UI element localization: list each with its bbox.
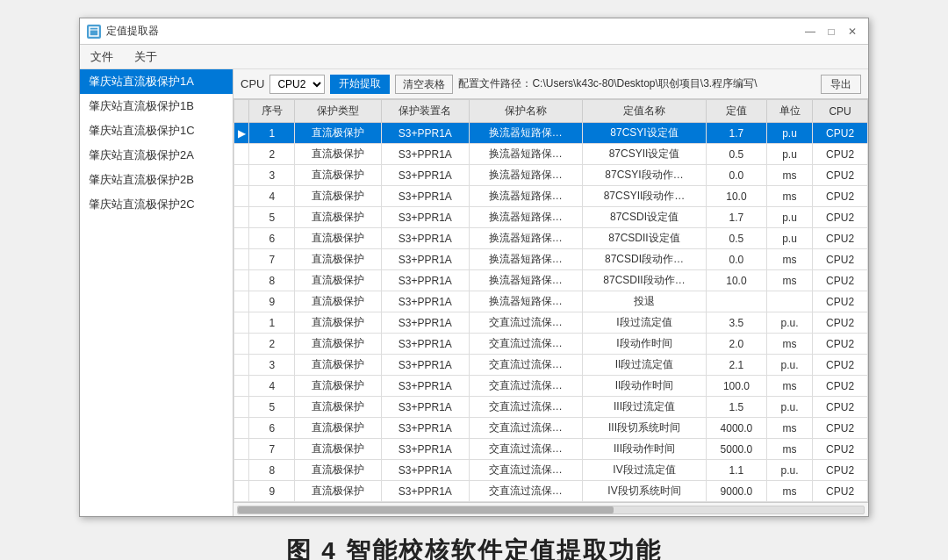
table-row[interactable]: 7直流极保护S3+PPR1A交直流过流保…III段动作时间5000.0msCPU… bbox=[234, 439, 868, 460]
table-cell-0 bbox=[234, 376, 249, 397]
table-cell-3: S3+PPR1A bbox=[381, 207, 469, 228]
table-cell-1: 4 bbox=[249, 376, 295, 397]
table-body: ▶1直流极保护S3+PPR1A换流器短路保…87CSYI设定值1.7p.uCPU… bbox=[234, 123, 868, 502]
table-cell-0 bbox=[234, 397, 249, 418]
table-container: 序号 保护类型 保护装置名 保护名称 定值名称 定值 单位 CPU ▶1直流极保… bbox=[233, 99, 868, 502]
table-cell-1: 5 bbox=[249, 207, 295, 228]
table-cell-6: 2.0 bbox=[707, 334, 767, 355]
table-cell-6: 10.0 bbox=[707, 186, 767, 207]
table-cell-4: 换流器短路保… bbox=[469, 270, 582, 291]
table-row[interactable]: 9直流极保护S3+PPR1A换流器短路保…投退CPU2 bbox=[234, 291, 868, 312]
table-cell-2: 直流极保护 bbox=[295, 249, 381, 270]
table-cell-8: CPU2 bbox=[813, 334, 868, 355]
table-cell-1: 6 bbox=[249, 418, 295, 439]
table-cell-8: CPU2 bbox=[813, 228, 868, 249]
table-cell-5: I段过流定值 bbox=[582, 312, 706, 334]
table-cell-3: S3+PPR1A bbox=[381, 165, 469, 186]
table-cell-6: 100.0 bbox=[707, 376, 767, 397]
table-cell-5: 87CSDII设定值 bbox=[582, 228, 706, 249]
titlebar: 定值提取器 — □ ✕ bbox=[80, 18, 868, 45]
table-row[interactable]: 5直流极保护S3+PPR1A交直流过流保…III段过流定值1.5p.u.CPU2 bbox=[234, 397, 868, 418]
table-cell-6: 5000.0 bbox=[707, 439, 767, 460]
table-cell-1: 1 bbox=[249, 123, 295, 144]
table-cell-4: 交直流过流保… bbox=[469, 312, 582, 334]
table-cell-3: S3+PPR1A bbox=[381, 312, 469, 334]
table-row[interactable]: 6直流极保护S3+PPR1A换流器短路保…87CSDII设定值0.5p.uCPU… bbox=[234, 228, 868, 249]
table-cell-0 bbox=[234, 165, 249, 186]
table-row[interactable]: ▶1直流极保护S3+PPR1A换流器短路保…87CSYI设定值1.7p.uCPU… bbox=[234, 123, 868, 144]
sidebar-item-1[interactable]: 肇庆站直流极保护1B bbox=[80, 94, 233, 118]
table-row[interactable]: 1直流极保护S3+PPR1A交直流过流保…I段过流定值3.5p.u.CPU2 bbox=[234, 312, 868, 334]
table-row[interactable]: 8直流极保护S3+PPR1A交直流过流保…IV段过流定值1.1p.u.CPU2 bbox=[234, 460, 868, 481]
table-cell-3: S3+PPR1A bbox=[381, 270, 469, 291]
sidebar-item-0[interactable]: 肇庆站直流极保护1A bbox=[80, 69, 233, 94]
menu-file[interactable]: 文件 bbox=[87, 47, 117, 67]
clear-table-button[interactable]: 清空表格 bbox=[395, 75, 453, 94]
table-cell-1: 6 bbox=[249, 228, 295, 249]
table-cell-0 bbox=[234, 144, 249, 165]
table-cell-2: 直流极保护 bbox=[295, 481, 381, 502]
table-cell-1: 3 bbox=[249, 165, 295, 186]
menu-about[interactable]: 关于 bbox=[131, 47, 161, 67]
cpu-select[interactable]: CPU2 CPU1 bbox=[269, 75, 325, 94]
sidebar-item-4[interactable]: 肇庆站直流极保护2B bbox=[80, 168, 233, 192]
th-seq: 序号 bbox=[249, 100, 295, 123]
table-cell-7: ms bbox=[766, 249, 812, 270]
table-row[interactable]: 2直流极保护S3+PPR1A换流器短路保…87CSYII设定值0.5p.uCPU… bbox=[234, 144, 868, 165]
start-extract-button[interactable]: 开始提取 bbox=[330, 75, 390, 94]
table-cell-1: 2 bbox=[249, 144, 295, 165]
table-cell-5: II段过流定值 bbox=[582, 355, 706, 376]
table-row[interactable]: 9直流极保护S3+PPR1A交直流过流保…IV段切系统时间9000.0msCPU… bbox=[234, 481, 868, 502]
horizontal-scrollbar[interactable] bbox=[237, 506, 865, 514]
minimize-button[interactable]: — bbox=[801, 23, 819, 40]
figure-caption: 图 4 智能校核软件定值提取功能 bbox=[286, 535, 661, 560]
table-row[interactable]: 4直流极保护S3+PPR1A交直流过流保…II段动作时间100.0msCPU2 bbox=[234, 376, 868, 397]
table-cell-5: II段动作时间 bbox=[582, 376, 706, 397]
table-cell-0 bbox=[234, 418, 249, 439]
table-cell-5: 87CSYII段动作… bbox=[582, 186, 706, 207]
table-cell-1: 9 bbox=[249, 291, 295, 312]
table-cell-7: ms bbox=[766, 186, 812, 207]
table-row[interactable]: 3直流极保护S3+PPR1A交直流过流保…II段过流定值2.1p.u.CPU2 bbox=[234, 355, 868, 376]
table-row[interactable]: 3直流极保护S3+PPR1A换流器短路保…87CSYI段动作…0.0msCPU2 bbox=[234, 165, 868, 186]
table-cell-2: 直流极保护 bbox=[295, 270, 381, 291]
close-button[interactable]: ✕ bbox=[844, 23, 861, 40]
table-cell-3: S3+PPR1A bbox=[381, 481, 469, 502]
table-cell-7: ms bbox=[766, 165, 812, 186]
table-cell-1: 4 bbox=[249, 186, 295, 207]
table-cell-8: CPU2 bbox=[813, 186, 868, 207]
table-cell-5: 87CSDI设定值 bbox=[582, 207, 706, 228]
table-row[interactable]: 7直流极保护S3+PPR1A换流器短路保…87CSDI段动作…0.0msCPU2 bbox=[234, 249, 868, 270]
table-cell-7: p.u bbox=[766, 207, 812, 228]
table-cell-0 bbox=[234, 291, 249, 312]
table-cell-8: CPU2 bbox=[813, 397, 868, 418]
table-cell-2: 直流极保护 bbox=[295, 144, 381, 165]
table-row[interactable]: 2直流极保护S3+PPR1A交直流过流保…I段动作时间2.0msCPU2 bbox=[234, 334, 868, 355]
table-cell-2: 直流极保护 bbox=[295, 397, 381, 418]
table-row[interactable]: 6直流极保护S3+PPR1A交直流过流保…III段切系统时间4000.0msCP… bbox=[234, 418, 868, 439]
table-cell-0 bbox=[234, 270, 249, 291]
table-cell-4: 换流器短路保… bbox=[469, 249, 582, 270]
table-cell-8: CPU2 bbox=[813, 460, 868, 481]
table-cell-7: ms bbox=[766, 439, 812, 460]
table-row[interactable]: 4直流极保护S3+PPR1A换流器短路保…87CSYII段动作…10.0msCP… bbox=[234, 186, 868, 207]
table-cell-4: 交直流过流保… bbox=[469, 481, 582, 502]
table-cell-7: ms bbox=[766, 270, 812, 291]
table-cell-5: 87CSYI段动作… bbox=[582, 165, 706, 186]
table-cell-6 bbox=[707, 291, 767, 312]
table-cell-5: 投退 bbox=[582, 291, 706, 312]
sidebar-item-3[interactable]: 肇庆站直流极保护2A bbox=[80, 143, 233, 168]
sidebar-item-5[interactable]: 肇庆站直流极保护2C bbox=[80, 192, 233, 217]
export-button[interactable]: 导出 bbox=[821, 75, 861, 94]
table-cell-2: 直流极保护 bbox=[295, 460, 381, 481]
table-cell-1: 2 bbox=[249, 334, 295, 355]
table-cell-5: III段过流定值 bbox=[582, 397, 706, 418]
table-row[interactable]: 8直流极保护S3+PPR1A换流器短路保…87CSDII段动作…10.0msCP… bbox=[234, 270, 868, 291]
th-type: 保护类型 bbox=[295, 100, 381, 123]
sidebar-item-2[interactable]: 肇庆站直流极保护1C bbox=[80, 118, 233, 143]
table-cell-8: CPU2 bbox=[813, 312, 868, 334]
table-row[interactable]: 5直流极保护S3+PPR1A换流器短路保…87CSDI设定值1.7p.uCPU2 bbox=[234, 207, 868, 228]
table-cell-6: 0.0 bbox=[707, 249, 767, 270]
maximize-button[interactable]: □ bbox=[822, 23, 840, 40]
table-cell-5: 87CSYI设定值 bbox=[582, 123, 706, 144]
